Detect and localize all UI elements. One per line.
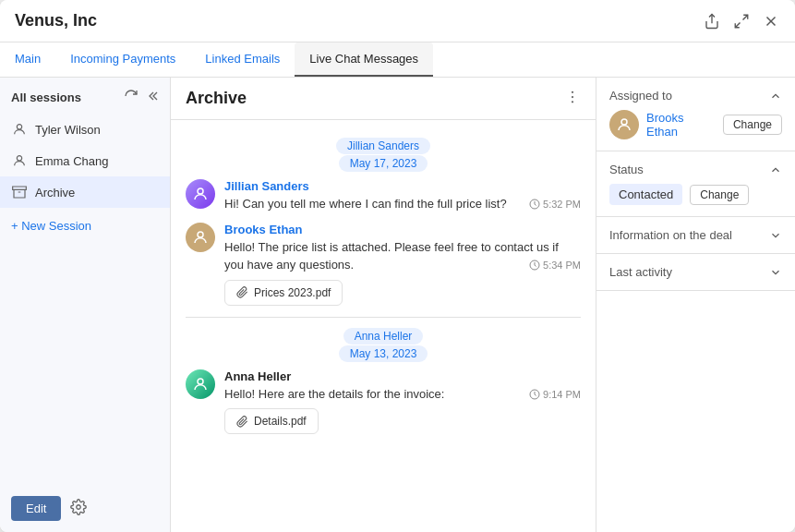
- attachment-prices[interactable]: Prices 2023.pdf: [224, 280, 343, 306]
- avatar-jillian: [186, 179, 215, 209]
- svg-point-15: [198, 379, 203, 384]
- assigned-to-label: Assigned to: [609, 89, 765, 103]
- message-row-2: Brooks Ethan Hello! The price list is at…: [186, 223, 581, 306]
- status-label: Status: [609, 163, 765, 176]
- share-icon[interactable]: [703, 12, 721, 30]
- sidebar-item-emma-chang[interactable]: Emma Chang: [0, 145, 170, 176]
- message-text-3: Hello! Here are the details for the invo…: [224, 385, 581, 404]
- svg-point-8: [572, 91, 573, 93]
- svg-line-2: [735, 22, 740, 27]
- chevron-up-icon: [769, 90, 782, 103]
- svg-point-6: [17, 156, 21, 161]
- message-row-3: Anna Heller Hello! Here are the details …: [186, 369, 581, 435]
- contact-icon: [11, 121, 28, 138]
- settings-icon[interactable]: [70, 499, 87, 518]
- message-time: 5:32 PM: [529, 197, 581, 212]
- new-session-label: + New Session: [11, 219, 91, 233]
- info-on-deal-section[interactable]: Information on the deal: [596, 217, 795, 254]
- attachment-label: Prices 2023.pdf: [254, 286, 331, 299]
- status-row: Contacted Change: [609, 184, 782, 205]
- message-body: Jillian Sanders Hi! Can you tell me wher…: [224, 179, 581, 213]
- chat-title: Archive: [186, 89, 564, 108]
- tab-main[interactable]: Main: [0, 42, 55, 77]
- message-text-2: Hello! The price list is attached. Pleas…: [224, 238, 581, 274]
- sidebar-item-label: Tyler Wilson: [35, 123, 101, 137]
- message-sender: Jillian Sanders: [224, 179, 581, 193]
- refresh-icon[interactable]: [124, 89, 139, 106]
- assigned-name: Brooks Ethan: [646, 111, 716, 139]
- assigned-user-row: Brooks Ethan Change: [609, 110, 782, 139]
- edit-button[interactable]: Edit: [11, 496, 61, 521]
- svg-point-17: [621, 119, 627, 125]
- close-icon[interactable]: [762, 12, 780, 30]
- message-body-3: Anna Heller Hello! Here are the details …: [224, 369, 581, 435]
- chevron-down-icon: [769, 229, 782, 242]
- sidebar-item-label-2: Emma Chang: [35, 154, 108, 168]
- svg-point-7: [77, 505, 81, 510]
- svg-point-9: [572, 96, 573, 98]
- svg-point-5: [17, 125, 21, 129]
- message-time-2: 5:34 PM: [529, 258, 581, 273]
- sidebar-header-label: All sessions: [11, 91, 118, 104]
- message-text: Hi! Can you tell me where I can find the…: [224, 195, 581, 213]
- message-sender-2: Brooks Ethan: [224, 223, 581, 236]
- chat-area: Archive Jillian Sanders May 17, 2023: [171, 78, 596, 532]
- tab-incoming-payments[interactable]: Incoming Payments: [55, 42, 190, 77]
- sidebar-footer: Edit: [0, 485, 170, 532]
- new-session-button[interactable]: + New Session: [0, 212, 170, 240]
- message-time-3: 9:14 PM: [529, 387, 581, 403]
- status-change-button[interactable]: Change: [690, 185, 749, 205]
- status-badge: Contacted: [609, 184, 682, 205]
- message-body-2: Brooks Ethan Hello! The price list is at…: [224, 223, 581, 306]
- tab-bar: Main Incoming Payments Linked Emails Liv…: [0, 42, 795, 78]
- sidebar-item-archive[interactable]: Archive: [0, 176, 170, 208]
- more-options-icon[interactable]: [564, 89, 581, 108]
- avatar-brooks: [186, 223, 215, 252]
- message-row: Jillian Sanders Hi! Can you tell me wher…: [186, 179, 581, 213]
- sessions-sidebar: All sessions Tyler Wilson Emma Chang: [0, 78, 171, 532]
- avatar-anna: [186, 369, 215, 399]
- window-title: Venus, Inc: [15, 11, 703, 30]
- svg-point-13: [198, 232, 203, 237]
- sidebar-item-tyler-wilson[interactable]: Tyler Wilson: [0, 114, 170, 145]
- sidebar-item-label-3: Archive: [35, 186, 75, 200]
- attachment-label-2: Details.pdf: [254, 415, 307, 428]
- date-label-may17: May 17, 2023: [186, 156, 581, 170]
- status-section: Status Contacted Change: [596, 151, 795, 217]
- chevron-down-icon-2: [769, 266, 782, 279]
- tab-live-chat-messages[interactable]: Live Chat Messages: [295, 42, 433, 77]
- assigned-avatar: [609, 110, 639, 139]
- assigned-to-section: Assigned to Brooks Ethan Change: [596, 78, 795, 151]
- session-label-anna: Anna Heller: [186, 329, 581, 343]
- chevron-up-icon-2: [769, 163, 782, 176]
- svg-line-1: [743, 15, 748, 19]
- last-activity-label: Last activity: [609, 265, 769, 279]
- message-sender-3: Anna Heller: [224, 369, 581, 383]
- date-label-may13: May 13, 2023: [186, 346, 581, 360]
- tab-linked-emails[interactable]: Linked Emails: [190, 42, 295, 77]
- contact-icon-2: [11, 152, 28, 169]
- last-activity-section[interactable]: Last activity: [596, 254, 795, 291]
- chat-messages: Jillian Sanders May 17, 2023 Jillian San…: [171, 120, 596, 532]
- session-label-jillian: Jillian Sanders: [186, 139, 581, 152]
- attachment-details[interactable]: Details.pdf: [224, 408, 319, 434]
- info-on-deal-label: Information on the deal: [609, 228, 769, 242]
- collapse-icon[interactable]: [144, 89, 159, 106]
- svg-point-11: [198, 188, 203, 194]
- assigned-change-button[interactable]: Change: [723, 115, 782, 135]
- archive-icon: [11, 184, 28, 200]
- expand-icon[interactable]: [732, 12, 751, 30]
- svg-point-10: [572, 101, 573, 103]
- right-panel: Assigned to Brooks Ethan Change Status: [596, 78, 795, 532]
